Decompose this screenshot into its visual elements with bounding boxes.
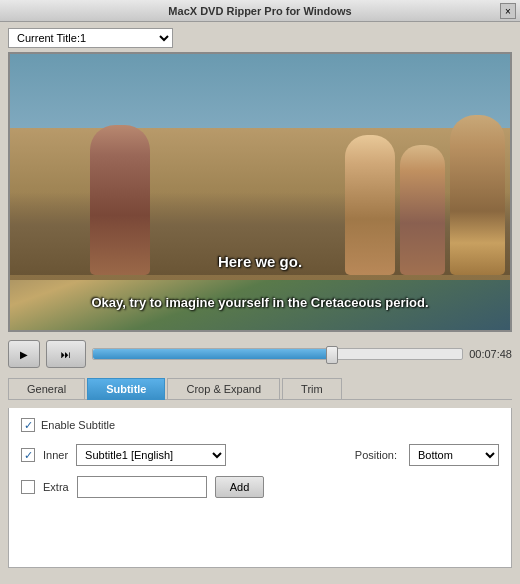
- video-frame: Here we go. Okay, try to imagine yoursel…: [8, 52, 512, 332]
- title-bar: MacX DVD Ripper Pro for Windows ×: [0, 0, 520, 22]
- subtitle-line-2: Okay, try to imagine yourself in the Cre…: [10, 295, 510, 310]
- enable-subtitle-row: Enable Subtitle: [21, 418, 499, 432]
- play-button[interactable]: ▶: [8, 340, 40, 368]
- extra-row: Extra Add: [21, 476, 499, 498]
- app-title: MacX DVD Ripper Pro for Windows: [168, 5, 351, 17]
- tab-crop-expand[interactable]: Crop & Expand: [167, 378, 280, 399]
- enable-subtitle-checkbox[interactable]: [21, 418, 35, 432]
- position-select[interactable]: Bottom: [409, 444, 499, 466]
- time-display: 00:07:48: [469, 348, 512, 360]
- title-select[interactable]: Current Title:1: [8, 28, 173, 48]
- close-button[interactable]: ×: [500, 3, 516, 19]
- tab-trim[interactable]: Trim: [282, 378, 342, 399]
- inner-row: Inner Subtitle1 [English] Position: Bott…: [21, 444, 499, 466]
- inner-label: Inner: [43, 449, 68, 461]
- position-label: Position:: [355, 449, 397, 461]
- enable-subtitle-label: Enable Subtitle: [41, 419, 115, 431]
- add-button[interactable]: Add: [215, 476, 265, 498]
- person1: [450, 115, 505, 275]
- progress-bar[interactable]: [92, 348, 463, 360]
- progress-thumb[interactable]: [326, 346, 338, 364]
- title-select-row: Current Title:1: [8, 28, 512, 48]
- extra-checkbox[interactable]: [21, 480, 35, 494]
- subtitle-line-1: Here we go.: [10, 253, 510, 270]
- controls-bar: ▶ ⏭ 00:07:48: [8, 338, 512, 370]
- tab-subtitle[interactable]: Subtitle: [87, 378, 165, 400]
- extra-input[interactable]: [77, 476, 207, 498]
- tab-general[interactable]: General: [8, 378, 85, 399]
- extra-label: Extra: [43, 481, 69, 493]
- inner-checkbox[interactable]: [21, 448, 35, 462]
- video-preview: Here we go. Okay, try to imagine yoursel…: [10, 54, 510, 330]
- main-container: Current Title:1 Here we go. Okay, try to…: [0, 22, 520, 584]
- tab-content: Enable Subtitle Inner Subtitle1 [English…: [8, 408, 512, 568]
- progress-fill: [93, 349, 333, 359]
- tabs-row: General Subtitle Crop & Expand Trim: [8, 378, 512, 400]
- subtitle-select[interactable]: Subtitle1 [English]: [76, 444, 226, 466]
- fast-forward-button[interactable]: ⏭: [46, 340, 86, 368]
